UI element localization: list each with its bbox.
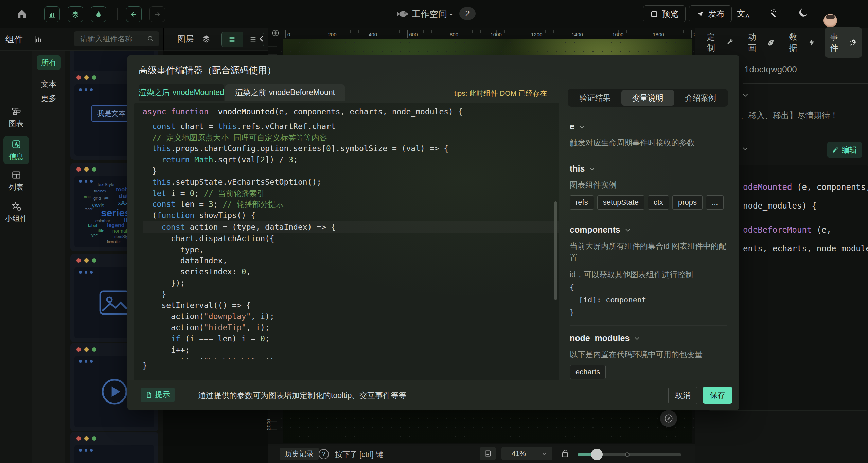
divider bbox=[570, 156, 727, 156]
chevron-down-icon[interactable] bbox=[742, 91, 749, 99]
tab-intro-examples[interactable]: 介绍案例 bbox=[674, 90, 727, 106]
variable-tag[interactable]: setupState bbox=[597, 195, 644, 210]
tab-events[interactable]: 事件 bbox=[825, 27, 862, 58]
section-description: 触发对应生命周期事件时接收的参数 bbox=[570, 137, 727, 148]
section-code: } bbox=[570, 307, 727, 318]
redo-button[interactable] bbox=[149, 6, 165, 22]
rail-item-info[interactable]: 信息 bbox=[0, 139, 32, 162]
submenu-item-all[interactable]: 所有 bbox=[37, 55, 61, 70]
undo-button[interactable] bbox=[126, 6, 142, 22]
edit-code-button[interactable]: 编辑 bbox=[827, 142, 862, 158]
modal-title: 高级事件编辑器（配合源码使用） bbox=[139, 64, 276, 76]
layers-tool-button[interactable] bbox=[68, 6, 83, 22]
slider-handle[interactable] bbox=[591, 449, 603, 460]
shortcut-panel-button[interactable] bbox=[480, 447, 496, 460]
compass-button[interactable] bbox=[660, 410, 677, 427]
wordcloud-word: formatter bbox=[107, 240, 121, 244]
preview-button[interactable]: 预览 bbox=[643, 5, 686, 22]
home-icon[interactable] bbox=[16, 7, 28, 20]
tab-validation-result[interactable]: 验证结果 bbox=[569, 90, 621, 106]
grid-icon bbox=[228, 36, 236, 43]
preview-frame-icon bbox=[650, 10, 658, 18]
wordcloud-word: title bbox=[98, 228, 104, 233]
ruler-origin-icon[interactable] bbox=[268, 28, 283, 38]
code-body[interactable]: const chart = this.refs.vChartRef.chart/… bbox=[143, 121, 559, 359]
cancel-button[interactable]: 取消 bbox=[668, 387, 697, 404]
droplet-icon bbox=[95, 11, 102, 18]
window-dots-icon bbox=[76, 258, 96, 263]
chart-tool-button[interactable] bbox=[44, 6, 60, 22]
variable-tag[interactable]: ... bbox=[706, 195, 724, 210]
component-id: 1doctqwg000 bbox=[744, 64, 797, 75]
rail-item-widgets[interactable]: 小组件 bbox=[0, 201, 32, 224]
preview-label: 预览 bbox=[662, 8, 678, 19]
zoom-slider[interactable] bbox=[578, 453, 681, 456]
image-icon bbox=[98, 289, 131, 316]
section-header[interactable]: components bbox=[570, 225, 727, 235]
lock-open-icon[interactable] bbox=[561, 448, 569, 459]
variable-tag[interactable]: ctx bbox=[648, 195, 669, 210]
rail-item-list[interactable]: 列表 bbox=[0, 170, 32, 192]
pencil-icon bbox=[832, 146, 839, 153]
workspace-count-badge[interactable]: 2 bbox=[459, 7, 476, 20]
component-card-border[interactable] bbox=[70, 432, 158, 463]
magic-wand-icon[interactable] bbox=[768, 7, 779, 18]
section-description: 当前大屏内所有组件的集合id 图表组件中的配置 bbox=[570, 240, 727, 263]
advanced-event-editor-modal: 高级事件编辑器（配合源码使用） 渲染之后-vnodeMounted 渲染之前-v… bbox=[127, 55, 739, 410]
docs-sections: e触发对应生命周期事件时接收的参数this图表组件实例refssetupStat… bbox=[570, 114, 727, 379]
avatar[interactable] bbox=[823, 14, 837, 28]
back-arrow-icon bbox=[130, 10, 138, 18]
zoom-value: 41% bbox=[512, 449, 526, 458]
publish-button[interactable]: 发布 bbox=[689, 5, 732, 22]
editor-scrollbar[interactable] bbox=[554, 201, 557, 300]
horizontal-ruler: 0200400600800100012001400160018002000 bbox=[283, 29, 695, 38]
rail-item-charts[interactable]: 图表 bbox=[0, 106, 32, 129]
submenu-item-text[interactable]: 文本 bbox=[37, 77, 61, 91]
rail-label: 图表 bbox=[0, 119, 32, 129]
divider bbox=[570, 325, 727, 326]
top-bar: 工作空间 - 2 预览 发布 文A bbox=[0, 0, 868, 28]
code-editor[interactable]: async function vnodeMounted(e, component… bbox=[134, 103, 559, 385]
section-header[interactable]: this bbox=[570, 164, 727, 174]
modal-footer: 提示 通过提供的参数可为图表增加定制化的tooltip、交互事件等等 取消 保存 bbox=[127, 380, 739, 410]
save-button[interactable]: 保存 bbox=[703, 387, 732, 404]
tab-animation[interactable]: 动画 bbox=[743, 27, 780, 58]
settings-tabs: 定制 动画 数据 事件 bbox=[695, 28, 868, 57]
section-header[interactable]: node_modules bbox=[570, 333, 727, 343]
section-code: { bbox=[570, 282, 727, 293]
collapse-panel-icon[interactable] bbox=[257, 34, 266, 43]
variable-tag[interactable]: refs bbox=[570, 195, 594, 210]
zoom-select[interactable]: 41% bbox=[501, 447, 552, 460]
tab-data[interactable]: 数据 bbox=[784, 27, 821, 58]
code-header-line: async function vnodeMounted(e, component… bbox=[134, 103, 559, 118]
workspace-title: 工作空间 - bbox=[412, 8, 453, 20]
theme-tool-button[interactable] bbox=[91, 6, 106, 22]
history-button[interactable]: 历史记录 bbox=[280, 448, 319, 460]
tip-text: 通过提供的参数可为图表增加定制化的tooltip、交互事件等等 bbox=[198, 390, 406, 401]
tab-customize[interactable]: 定制 bbox=[702, 27, 739, 58]
leaf-icon bbox=[767, 38, 775, 47]
doc-panel-icon bbox=[484, 450, 492, 457]
section-header[interactable]: e bbox=[570, 122, 727, 131]
help-icon[interactable]: ? bbox=[319, 449, 329, 459]
code-footer-line: } bbox=[143, 360, 559, 371]
chevron-down-icon[interactable] bbox=[742, 145, 749, 153]
section-description: 图表组件实例 bbox=[570, 179, 727, 191]
divider bbox=[743, 132, 868, 132]
tab-vnode-mounted[interactable]: 渲染之后-vnodeMounted bbox=[139, 84, 224, 101]
variable-tag[interactable]: echarts bbox=[570, 365, 606, 379]
variable-tag[interactable]: props bbox=[672, 195, 703, 210]
rocket-icon bbox=[849, 38, 857, 47]
language-icon[interactable]: 文A bbox=[737, 7, 750, 19]
tab-vnode-before-mount[interactable]: 渲染之前-vnodeBeforeMount bbox=[225, 84, 345, 101]
divider bbox=[570, 217, 727, 217]
modal-tips: tips: 此时组件 DOM 已经存在 bbox=[454, 89, 547, 98]
component-rail: 图表 信息 列表 小组件 bbox=[0, 50, 33, 463]
moon-icon[interactable] bbox=[798, 7, 809, 18]
submenu-item-more[interactable]: 更多 bbox=[37, 91, 61, 106]
grid-view-button[interactable] bbox=[222, 32, 243, 47]
search-input[interactable] bbox=[79, 31, 145, 47]
video-play-icon bbox=[100, 377, 129, 406]
widget-star-icon bbox=[11, 201, 21, 212]
tab-variable-description[interactable]: 变量说明 bbox=[621, 90, 674, 106]
